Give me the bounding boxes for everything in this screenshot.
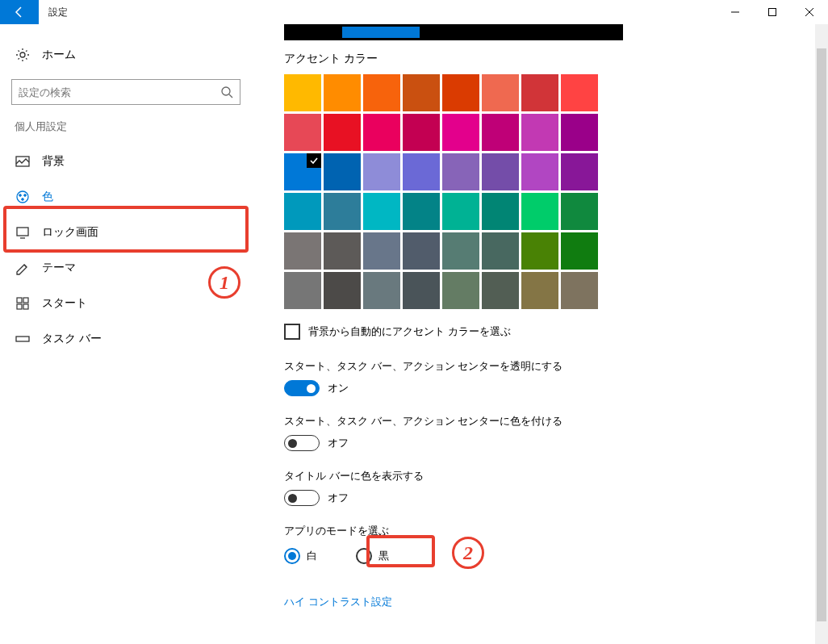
sidebar-item-lockscreen[interactable]: ロック画面 — [0, 215, 252, 250]
color-swatch[interactable] — [363, 153, 400, 190]
svg-point-5 — [19, 194, 22, 197]
back-button[interactable] — [0, 0, 39, 24]
svg-point-6 — [24, 194, 27, 197]
color-swatch[interactable] — [521, 74, 558, 111]
scrollbar[interactable] — [815, 24, 828, 644]
color-swatch[interactable] — [284, 193, 321, 230]
color-swatch[interactable] — [403, 153, 440, 190]
color-swatch[interactable] — [561, 114, 598, 151]
color-swatch[interactable] — [284, 153, 321, 190]
colorize-start-state: オフ — [328, 436, 349, 450]
lockscreen-icon — [15, 224, 31, 240]
search-icon — [220, 86, 233, 98]
colorize-start-toggle[interactable]: オフ — [284, 435, 828, 451]
color-swatch[interactable] — [324, 272, 361, 309]
maximize-button[interactable] — [754, 0, 791, 24]
color-swatch[interactable] — [363, 232, 400, 270]
section-label: 個人用設定 — [0, 119, 252, 134]
transparent-toggle[interactable]: オン — [284, 380, 828, 396]
color-swatch[interactable] — [561, 232, 598, 270]
color-swatch[interactable] — [521, 232, 558, 270]
color-grid — [284, 74, 828, 309]
color-swatch[interactable] — [403, 232, 440, 270]
color-swatch[interactable] — [482, 74, 519, 111]
svg-point-4 — [17, 191, 28, 203]
check-icon — [307, 153, 321, 168]
color-swatch[interactable] — [482, 114, 519, 151]
color-swatch[interactable] — [442, 114, 479, 151]
minimize-button[interactable] — [717, 0, 754, 24]
color-swatch[interactable] — [561, 74, 598, 111]
color-swatch[interactable] — [561, 153, 598, 190]
color-swatch[interactable] — [324, 193, 361, 230]
sidebar-item-start[interactable]: スタート — [0, 286, 252, 321]
color-swatch[interactable] — [284, 74, 321, 111]
window-title: 設定 — [48, 6, 68, 19]
taskbar-icon — [15, 331, 31, 347]
sidebar-item-color[interactable]: 色 — [0, 179, 252, 215]
auto-pick-checkbox[interactable]: 背景から自動的にアクセント カラーを選ぶ — [284, 324, 828, 340]
color-swatch[interactable] — [561, 193, 598, 230]
background-icon — [15, 153, 31, 169]
titlebar-color-label: タイトル バーに色を表示する — [284, 469, 828, 483]
color-swatch[interactable] — [363, 74, 400, 111]
sidebar-item-taskbar[interactable]: タスク バー — [0, 321, 252, 357]
sidebar-item-label: スタート — [42, 296, 87, 311]
color-swatch[interactable] — [284, 114, 321, 151]
sidebar-item-theme[interactable]: テーマ — [0, 250, 252, 286]
svg-rect-13 — [16, 337, 29, 341]
home-link[interactable]: ホーム — [0, 39, 252, 71]
color-swatch[interactable] — [324, 114, 361, 151]
sidebar-item-background[interactable]: 背景 — [0, 144, 252, 179]
color-swatch[interactable] — [482, 193, 519, 230]
titlebar-color-toggle[interactable]: オフ — [284, 490, 828, 506]
titlebar: 設定 — [0, 0, 828, 24]
svg-point-7 — [22, 199, 24, 201]
color-swatch[interactable] — [521, 153, 558, 190]
titlebar-color-state: オフ — [328, 491, 349, 505]
color-swatch[interactable] — [521, 193, 558, 230]
colorize-start-label: スタート、タスク バー、アクション センターに色を付ける — [284, 414, 828, 429]
app-mode-label: アプリのモードを選ぶ — [284, 524, 828, 538]
svg-rect-12 — [23, 304, 28, 309]
color-swatch[interactable] — [363, 193, 400, 230]
sidebar-item-label: 背景 — [42, 154, 65, 169]
color-swatch[interactable] — [521, 272, 558, 309]
search-input[interactable] — [11, 79, 240, 105]
color-swatch[interactable] — [284, 272, 321, 309]
color-swatch[interactable] — [403, 74, 440, 111]
color-swatch[interactable] — [324, 232, 361, 270]
color-swatch[interactable] — [284, 232, 321, 270]
content-pane: アクセント カラー 背景から自動的にアクセント カラーを選ぶ スタート、タスク … — [252, 24, 828, 644]
checkbox-box — [284, 324, 300, 340]
search-field[interactable] — [19, 86, 220, 98]
color-swatch[interactable] — [442, 74, 479, 111]
color-swatch[interactable] — [363, 272, 400, 309]
transparent-label: スタート、タスク バー、アクション センターを透明にする — [284, 359, 828, 374]
color-swatch[interactable] — [363, 114, 400, 151]
scrollbar-thumb[interactable] — [817, 48, 826, 621]
svg-rect-0 — [769, 9, 776, 16]
color-swatch[interactable] — [442, 272, 479, 309]
color-swatch[interactable] — [482, 232, 519, 270]
sidebar-item-label: 色 — [42, 190, 53, 204]
color-swatch[interactable] — [442, 153, 479, 190]
color-swatch[interactable] — [482, 272, 519, 309]
color-swatch[interactable] — [442, 193, 479, 230]
color-swatch[interactable] — [561, 272, 598, 309]
color-swatch[interactable] — [521, 114, 558, 151]
color-swatch[interactable] — [403, 114, 440, 151]
color-swatch[interactable] — [403, 272, 440, 309]
high-contrast-link[interactable]: ハイ コントラスト設定 — [284, 595, 392, 609]
color-swatch[interactable] — [482, 153, 519, 190]
svg-rect-11 — [17, 304, 22, 309]
color-swatch[interactable] — [324, 153, 361, 190]
app-mode-dark-radio[interactable]: 黒 — [356, 548, 389, 564]
color-swatch[interactable] — [403, 193, 440, 230]
app-mode-light-radio[interactable]: 白 — [284, 548, 317, 564]
app-mode-dark-label: 黒 — [378, 549, 389, 563]
color-swatch[interactable] — [442, 232, 479, 270]
auto-pick-label: 背景から自動的にアクセント カラーを選ぶ — [308, 324, 511, 339]
color-swatch[interactable] — [324, 74, 361, 111]
close-button[interactable] — [791, 0, 828, 24]
